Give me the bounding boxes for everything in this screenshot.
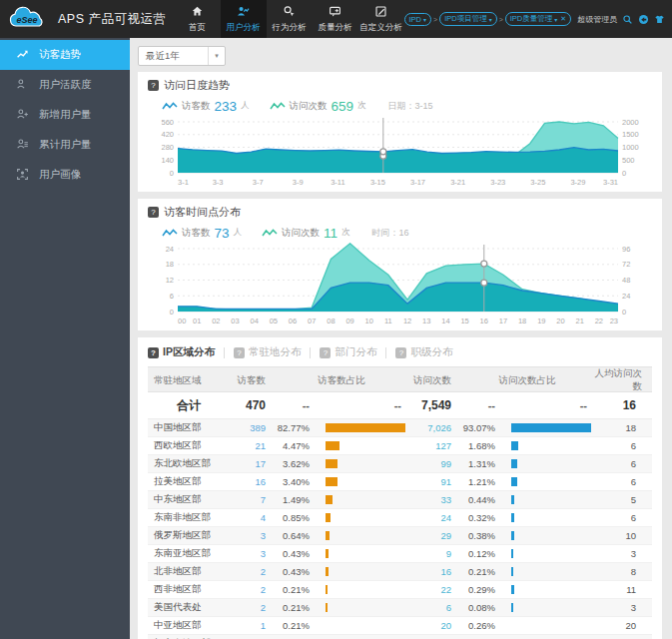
line-series-icon [262,228,278,238]
sidebar-item-label: 访客趋势 [39,48,81,62]
sidebar-item[interactable]: 访客趋势 [0,40,130,70]
visits-count[interactable]: 29 [407,530,461,541]
logo-text: eSee [16,15,37,25]
visits-count[interactable]: 91 [407,476,461,487]
panel-title: 访客时间点分布 [164,205,241,220]
top-header: eSee APS 产品可视运营 首页 用户分析 行为分析 质量分析 自定义分析 … [0,0,672,38]
date-range-select[interactable]: 最近1年 ▾ [138,46,226,66]
breadcrumb-label: IPD项目管理 [444,14,487,24]
breadcrumb-separator: > [499,16,503,23]
visits-count[interactable]: 99 [407,458,461,469]
visits-pct: 1.31% [461,458,509,469]
help-icon[interactable]: ? [148,207,159,218]
svg-text:3-31: 3-31 [603,178,618,187]
region-cell: 中国地区部 [148,421,230,434]
hourly-legend: 访客数 73 人 访问次数 11 次 时间：16 [162,224,652,242]
distribution-tab[interactable]: ? 职级分布 [395,345,452,359]
visits-pct: 1.68% [461,440,509,451]
visitors-count[interactable]: 2 [230,584,276,595]
svg-text:500: 500 [622,156,635,165]
visitors-share-bar [326,477,337,486]
table-body: 中国地区部 389 82.77% 7,026 93.07% 18 西欧地区部 2… [148,419,652,639]
visitors-count[interactable]: 21 [230,440,276,451]
visits-count[interactable]: 6 [407,602,461,613]
share-icon[interactable] [638,14,649,25]
line-series-icon [162,101,178,111]
visits-share-bar [511,495,514,504]
visits-count[interactable]: 20 [407,620,461,631]
nav-item[interactable]: 自定义分析 [358,0,404,38]
sidebar-item[interactable]: 累计用户量 [0,130,130,160]
chevron-down-icon[interactable]: ▾ [489,16,492,23]
hourly-distribution-chart[interactable]: 0062412481872249600010203040506070809101… [148,243,652,326]
sidebar-item[interactable]: 用户画像 [0,160,130,190]
visits-count[interactable]: 22 [407,584,461,595]
sidebar-item[interactable]: 新增用户量 [0,100,130,130]
nav-item-label: 自定义分析 [359,22,402,34]
table-row: 俄罗斯地区部 3 0.64% 29 0.38% 10 [148,527,652,545]
nav-item[interactable]: 质量分析 [313,0,358,38]
tab-label: 常驻地分布 [249,345,302,359]
trend-icon [16,48,29,63]
visitors-count[interactable]: 1 [230,620,276,631]
svg-text:3-7: 3-7 [253,178,264,187]
visitors-count[interactable]: 16 [230,476,276,487]
help-icon: ? [395,347,406,358]
breadcrumb-pill[interactable]: IPD ▾ [404,13,432,26]
visitors-count[interactable]: 2 [230,602,276,613]
visits-count[interactable]: 127 [407,440,461,451]
svg-text:48: 48 [622,276,630,285]
visits-count[interactable]: 33 [407,494,461,505]
theme-icon[interactable] [654,14,665,25]
per-capita-cell: 6 [593,440,652,451]
esee-logo[interactable]: eSee [0,0,56,38]
chevron-down-icon[interactable]: ▾ [208,47,225,65]
nav-item[interactable]: 首页 [175,0,221,38]
behavior-analysis-icon [283,5,296,20]
panel-title-row: ? 访客时间点分布 [148,205,652,220]
visitors-count[interactable]: 2 [230,566,276,577]
visits-count[interactable]: 9 [407,548,461,559]
visitors-pct: 0.21% [276,602,324,613]
visitors-count[interactable]: 4 [230,512,276,523]
visits-share-bar [511,585,514,594]
visitors-count[interactable]: 3 [230,530,276,541]
svg-text:17: 17 [499,317,507,325]
chevron-down-icon[interactable]: ▾ [423,16,426,23]
visits-count[interactable]: 16 [407,566,461,577]
help-icon[interactable]: ? [148,80,159,91]
visitors-pct: 0.43% [276,566,324,577]
per-capita-cell: 6 [593,512,652,523]
col-visitors-share: 访客数占比 [276,374,407,387]
nav-item[interactable]: 用户分析 [221,0,267,38]
visitors-pct: 4.47% [276,440,324,451]
user-analysis-icon [237,5,250,20]
visitors-count[interactable]: 389 [230,422,276,433]
nav-item[interactable]: 行为分析 [267,0,313,38]
distribution-tab[interactable]: ? 常驻地分布 [234,345,302,359]
breadcrumb-pill[interactable]: IPD项目管理 ▾ [439,12,497,26]
svg-text:12: 12 [403,317,411,325]
per-capita-cell: 10 [593,530,652,541]
close-icon[interactable]: ✕ [560,15,566,23]
visits-count[interactable]: 7,026 [407,422,461,433]
distribution-tab[interactable]: ? 部门分布 [320,345,376,359]
visitors-count[interactable]: 7 [230,494,276,505]
distribution-tab[interactable]: ? IP区域分布 [148,345,215,359]
visitors-count[interactable]: 3 [230,548,276,559]
chevron-down-icon[interactable]: ▾ [554,16,557,23]
sidebar-item[interactable]: 用户活跃度 [0,70,130,100]
legend-unit: 次 [357,100,366,112]
svg-text:01: 01 [193,317,201,325]
col-visits-share: 访问次数占比 [461,374,593,387]
legend-unit: 人 [241,100,250,112]
breadcrumb-pill[interactable]: IPD质量管理 ▾ ✕ [505,12,571,26]
visitors-share-bar [326,567,329,576]
visitors-count[interactable]: 17 [230,458,276,469]
daily-trend-chart[interactable]: 001405002801000420150056020003-13-33-73-… [148,116,652,188]
search-icon[interactable] [622,14,633,25]
table-total-row: 合计 470 -- -- 7,549 -- -- 16 [148,392,652,419]
custom-analysis-icon [374,5,387,20]
visits-count[interactable]: 24 [407,512,461,523]
visitors-share-bar [326,441,339,450]
